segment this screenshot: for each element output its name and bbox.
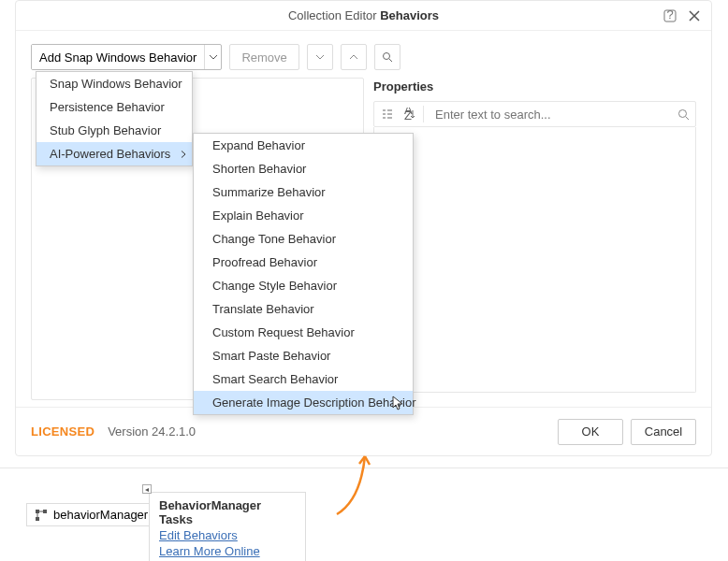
properties-search	[428, 108, 695, 122]
dropdown-item-ai-powered[interactable]: AI-Powered Behaviors	[36, 142, 192, 165]
properties-search-input[interactable]	[428, 108, 695, 122]
version-label: Version 24.2.1.0	[108, 424, 196, 439]
chevron-down-icon[interactable]	[204, 45, 221, 69]
ok-button[interactable]: OK	[558, 419, 623, 445]
dropdown-item-snap-windows[interactable]: Snap Windows Behavior	[36, 72, 192, 95]
add-behavior-label[interactable]: Add Snap Windows Behavior	[32, 45, 204, 69]
dropdown-item-stub-glyph[interactable]: Stub Glyph Behavior	[36, 119, 192, 142]
divider	[423, 106, 424, 122]
tasks-header: BehaviorManager Tasks	[159, 498, 296, 526]
help-icon[interactable]: ?	[661, 7, 679, 25]
svg-text:Z: Z	[404, 108, 412, 121]
properties-label: Properties	[373, 78, 696, 101]
svg-rect-7	[43, 510, 47, 513]
submenu-item-explain[interactable]: Explain Behavior	[194, 204, 413, 227]
add-behavior-split-button[interactable]: Add Snap Windows Behavior	[31, 44, 222, 70]
submenu-item-smart-search[interactable]: Smart Search Behavior	[194, 367, 413, 391]
component-tray-item[interactable]: behaviorManager1	[26, 503, 163, 526]
categorized-icon[interactable]	[378, 105, 397, 123]
properties-grid[interactable]	[373, 127, 696, 393]
ai-behaviors-submenu: Expand Behavior Shorten Behavior Summari…	[193, 133, 414, 415]
smart-tag-popup: ◂ BehaviorManager Tasks Edit Behaviors L…	[149, 492, 306, 561]
dropdown-item-label: AI-Powered Behaviors	[50, 147, 170, 161]
remove-button[interactable]: Remove	[229, 44, 298, 70]
submenu-item-smart-paste[interactable]: Smart Paste Behavior	[194, 344, 413, 367]
dropdown-item-persistence[interactable]: Persistence Behavior	[36, 95, 192, 119]
search-tool-button[interactable]	[374, 44, 400, 70]
title-bold: Behaviors	[380, 8, 439, 22]
submenu-item-change-style[interactable]: Change Style Behavior	[194, 274, 413, 297]
svg-text:?: ?	[666, 9, 673, 22]
svg-point-5	[679, 109, 687, 117]
submenu-item-label: Generate Image Description Behavior	[212, 396, 416, 410]
separator	[0, 468, 728, 468]
svg-point-2	[383, 53, 389, 60]
move-up-button[interactable]	[341, 44, 367, 70]
submenu-item-proofread[interactable]: Proofread Behavior	[194, 251, 413, 274]
learn-more-link[interactable]: Learn More Online	[159, 544, 296, 558]
annotation-arrow	[328, 449, 402, 524]
submenu-item-expand[interactable]: Expand Behavior	[194, 134, 413, 157]
component-name: behaviorManager1	[53, 508, 154, 522]
license-badge: LICENSED	[31, 424, 95, 439]
edit-behaviors-link[interactable]: Edit Behaviors	[159, 528, 296, 542]
add-behavior-dropdown: Snap Windows Behavior Persistence Behavi…	[36, 71, 193, 166]
close-icon[interactable]	[685, 7, 704, 25]
alphabetical-icon[interactable]: AZ	[400, 105, 419, 123]
submenu-item-generate-image-description[interactable]: Generate Image Description Behavior	[194, 391, 413, 414]
svg-rect-8	[36, 517, 39, 521]
dialog-title: Collection Editor Behaviors	[288, 8, 439, 22]
title-bar: Collection Editor Behaviors ?	[16, 1, 711, 31]
submenu-item-shorten[interactable]: Shorten Behavior	[194, 157, 413, 180]
svg-rect-6	[36, 510, 39, 513]
title-prefix: Collection Editor	[288, 8, 380, 22]
submenu-item-change-tone[interactable]: Change Tone Behavior	[194, 227, 413, 251]
submenu-item-translate[interactable]: Translate Behavior	[194, 297, 413, 321]
search-icon[interactable]	[677, 108, 690, 121]
title-controls: ?	[661, 7, 704, 25]
move-down-button[interactable]	[307, 44, 333, 70]
component-icon	[35, 509, 48, 522]
chevron-right-icon	[181, 150, 186, 158]
properties-panel: Properties AZ	[373, 78, 696, 400]
submenu-item-summarize[interactable]: Summarize Behavior	[194, 180, 413, 204]
submenu-item-custom-request[interactable]: Custom Request Behavior	[194, 321, 413, 344]
cursor-icon	[392, 396, 403, 410]
smart-tag-glyph[interactable]: ◂	[142, 484, 152, 494]
properties-toolbar: AZ	[373, 101, 696, 127]
cancel-button[interactable]: Cancel	[631, 419, 696, 445]
